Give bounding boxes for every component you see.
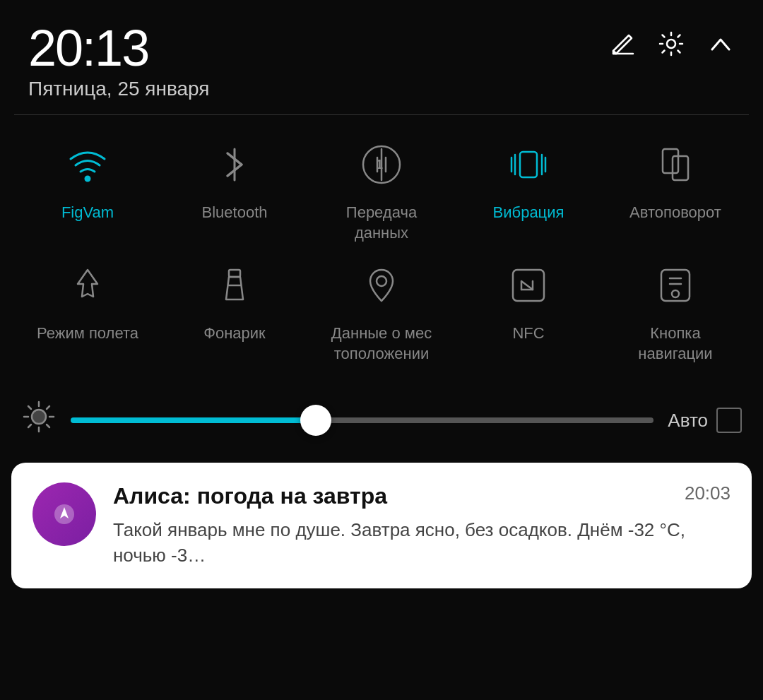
- notification-title: Алиса: погода на завтра: [113, 482, 387, 509]
- tile-rotation[interactable]: Автоповорот: [612, 136, 739, 243]
- brightness-slider[interactable]: [71, 417, 653, 423]
- tiles-row-2: Режим полета Фонарик: [0, 257, 763, 364]
- svg-rect-13: [663, 149, 678, 173]
- svg-point-17: [377, 276, 386, 286]
- svg-rect-8: [520, 152, 537, 177]
- edit-icon[interactable]: [610, 31, 636, 63]
- tile-location[interactable]: Данные о местоположении: [318, 257, 445, 364]
- rotation-icon: [647, 136, 704, 193]
- tile-wifi[interactable]: FigVam: [24, 136, 151, 243]
- tiles-row-1: FigVam Bluetooth: [0, 136, 763, 243]
- date-display: Пятница, 25 января: [28, 78, 209, 100]
- tile-wifi-label: FigVam: [61, 203, 114, 223]
- brightness-thumb: [300, 405, 331, 436]
- tile-nfc[interactable]: NFC: [465, 257, 592, 364]
- svg-rect-20: [661, 270, 690, 301]
- collapse-icon[interactable]: [706, 30, 735, 64]
- tile-rotation-label: Автоповорот: [629, 203, 721, 223]
- tile-bluetooth-label: Bluetooth: [202, 203, 268, 223]
- tile-location-label: Данные о местоположении: [331, 324, 432, 364]
- wifi-icon: [59, 136, 116, 193]
- brightness-auto: Авто: [668, 408, 742, 433]
- header-icons: [610, 23, 735, 64]
- svg-line-31: [47, 406, 49, 409]
- tile-flashlight[interactable]: Фонарик: [171, 257, 298, 364]
- svg-point-1: [667, 40, 675, 48]
- notification-panel: 20:13 Пятница, 25 января: [0, 0, 763, 700]
- brightness-track: [71, 417, 653, 423]
- vibration-icon: [500, 136, 557, 193]
- time-section: 20:13 Пятница, 25 января: [28, 23, 209, 100]
- nfc-icon: [500, 257, 557, 314]
- tile-bluetooth[interactable]: Bluetooth: [171, 136, 298, 243]
- notification-time: 20:03: [685, 482, 731, 504]
- notification-title-row: Алиса: погода на завтра 20:03: [113, 482, 731, 509]
- tile-navbutton[interactable]: Кнопканавигации: [612, 257, 739, 364]
- tile-data[interactable]: 1 Передачаданных: [318, 136, 445, 243]
- auto-checkbox[interactable]: [716, 408, 742, 433]
- notification-body: Такой январь мне по душе. Завтра ясно, б…: [113, 517, 731, 569]
- notification-card[interactable]: Алиса: погода на завтра 20:03 Такой янва…: [11, 463, 752, 588]
- svg-rect-14: [673, 156, 688, 180]
- tile-airplane[interactable]: Режим полета: [24, 257, 151, 364]
- brightness-icon: [21, 399, 57, 441]
- flashlight-icon: [206, 257, 263, 314]
- time-display: 20:13: [28, 23, 209, 73]
- tile-airplane-label: Режим полета: [37, 324, 138, 344]
- tile-navbutton-label: Кнопканавигации: [638, 324, 712, 364]
- location-icon: [353, 257, 410, 314]
- bluetooth-icon: [206, 136, 263, 193]
- tile-vibration[interactable]: Вибрация: [465, 136, 592, 243]
- svg-line-30: [47, 425, 49, 427]
- data-icon: 1: [353, 136, 410, 193]
- brightness-row: Авто: [0, 392, 763, 449]
- auto-label: Авто: [668, 410, 708, 432]
- tile-flashlight-label: Фонарик: [203, 324, 266, 344]
- tile-vibration-label: Вибрация: [493, 203, 564, 223]
- notification-content: Алиса: погода на завтра 20:03 Такой янва…: [113, 482, 731, 568]
- svg-rect-15: [229, 270, 240, 277]
- tile-data-label: Передачаданных: [346, 203, 417, 243]
- navbutton-icon: [647, 257, 704, 314]
- airplane-icon: [59, 257, 116, 314]
- notification-avatar: [32, 482, 96, 546]
- svg-line-32: [28, 425, 31, 427]
- svg-point-24: [32, 410, 46, 424]
- svg-text:1: 1: [376, 158, 383, 172]
- header: 20:13 Пятница, 25 января: [0, 0, 763, 114]
- tiles-section: FigVam Bluetooth: [0, 115, 763, 385]
- svg-point-2: [85, 177, 90, 181]
- settings-icon[interactable]: [657, 30, 685, 64]
- tile-nfc-label: NFC: [512, 324, 544, 344]
- svg-point-21: [672, 290, 679, 297]
- svg-line-29: [28, 406, 31, 409]
